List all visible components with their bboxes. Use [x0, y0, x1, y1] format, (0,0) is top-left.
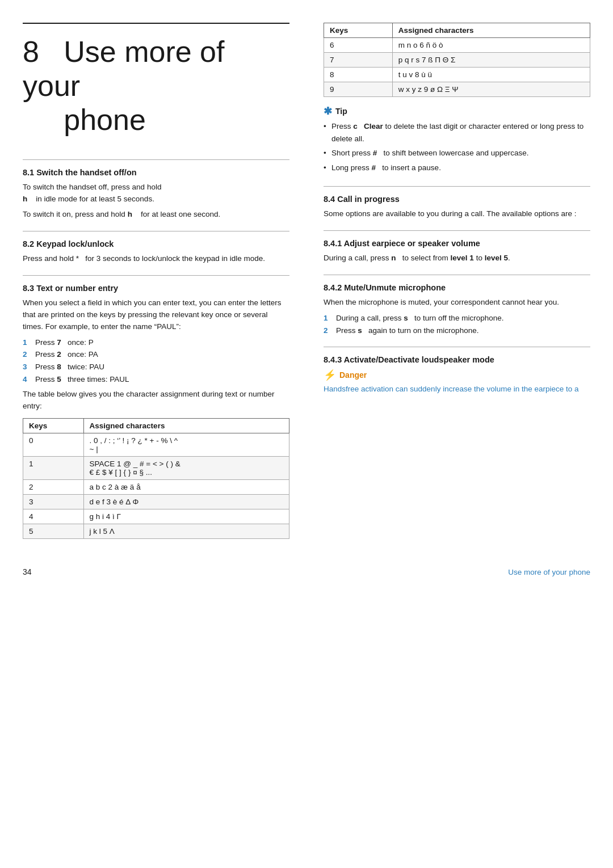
- tip-bullets: Press c Clear to delete the last digit o…: [324, 120, 590, 176]
- table-row: 4 g h i 4 ì Γ: [23, 509, 289, 524]
- footer-label: Use more of your phone: [508, 568, 590, 576]
- chapter-heading: 8 Use more of your phone: [23, 23, 289, 142]
- section-8-4-3-heading: 8.4.3 Activate/Deactivate loudspeaker mo…: [324, 355, 590, 364]
- divider-8-1: [23, 159, 289, 160]
- danger-text: Handsfree activation can suddenly increa…: [324, 384, 590, 395]
- paul-step-4: 4Press 5 three times: PAUL: [23, 373, 289, 386]
- table-row: 8 t u v 8 ù ü: [324, 68, 590, 82]
- key-h-off: h: [23, 195, 27, 203]
- table1-header-chars: Assigned characters: [83, 419, 289, 433]
- paul-step-1: 1Press 7 once: P: [23, 336, 289, 349]
- table1-header-keys: Keys: [23, 419, 84, 433]
- section-8-4-body: Some options are available to you during…: [324, 208, 590, 220]
- paul-step-2: 2Press 2 once: PA: [23, 348, 289, 361]
- mute-steps-list: 1During a call, press s to turn off the …: [324, 312, 590, 336]
- table-row: 2 a b c 2 à æ ä å: [23, 480, 289, 495]
- tip-icon: ✱: [324, 105, 332, 117]
- table-row: 3 d e f 3 è é Δ Φ: [23, 495, 289, 509]
- paul-steps-list: 1Press 7 once: P 2Press 2 once: PA 3Pres…: [23, 336, 289, 385]
- chapter-title-line2: phone: [64, 103, 146, 136]
- table-row: 6 m n o 6 ñ ö ò: [324, 38, 590, 53]
- tip-bullet-3: Long press # to insert a pause.: [324, 162, 590, 174]
- table-row: 0 . 0 , / : ; ‘’ ! ¡ ? ¿ * + - % \ ^~ |: [23, 433, 289, 457]
- table2-header-chars: Assigned characters: [392, 23, 590, 38]
- page-number: 34: [23, 567, 32, 576]
- section-8-4-heading: 8.4 Call in progress: [324, 195, 590, 204]
- divider-8-2: [23, 231, 289, 231]
- tip-box: ✱ Tip Press c Clear to delete the last d…: [324, 105, 590, 176]
- section-8-4-2-heading: 8.4.2 Mute/Unmute microphone: [324, 283, 590, 292]
- divider-8-4-2: [324, 275, 590, 275]
- page-footer: 34 Use more of your phone: [0, 556, 613, 576]
- tip-bullet-1: Press c Clear to delete the last digit o…: [324, 120, 590, 145]
- table-row: 9 w x y z 9 ø Ω Ξ Ψ: [324, 82, 590, 97]
- section-8-3-body1: When you select a field in which you can…: [23, 297, 289, 333]
- danger-title: ⚡ Danger: [324, 369, 590, 381]
- table-row: 5 j k l 5 Λ: [23, 524, 289, 539]
- divider-8-4: [324, 186, 590, 187]
- table-row: 1 SPACE 1 @ _ # = < > ( ) &€ £ $ ¥ [ ] {…: [23, 457, 289, 480]
- key-h-on: h: [128, 210, 132, 218]
- divider-8-4-1: [324, 230, 590, 231]
- section-8-1-body2: To switch it on, press and hold h for at…: [23, 209, 289, 221]
- section-8-4-1-body: During a call, press n to select from le…: [324, 252, 590, 264]
- table2-header-keys: Keys: [324, 23, 393, 38]
- mute-step-2: 2Press s again to turn on the microphone…: [324, 325, 590, 337]
- tip-bullet-2: Short press # to shift between lowercase…: [324, 147, 590, 159]
- section-8-3-body2: The table below gives you the character …: [23, 389, 289, 412]
- section-8-1-heading: 8.1 Switch the handset off/on: [23, 168, 289, 177]
- mute-step-1: 1During a call, press s to turn off the …: [324, 312, 590, 325]
- divider-8-3: [23, 275, 289, 276]
- right-column: Keys Assigned characters 6 m n o 6 ñ ö ò…: [306, 23, 590, 539]
- danger-icon: ⚡: [324, 369, 336, 381]
- tip-title: ✱ Tip: [324, 105, 590, 117]
- left-column: 8 Use more of your phone 8.1 Switch the …: [23, 23, 306, 539]
- char-table-2: Keys Assigned characters 6 m n o 6 ñ ö ò…: [324, 23, 590, 97]
- section-8-4-1-heading: 8.4.1 Adjust earpiece or speaker volume: [324, 239, 590, 248]
- section-8-1-body1: To switch the handset off, press and hol…: [23, 182, 289, 205]
- section-8-3-heading: 8.3 Text or number entry: [23, 284, 289, 293]
- chapter-title-line1: Use more of your: [23, 35, 224, 102]
- section-8-4-2-body: When the microphone is muted, your corre…: [324, 297, 590, 309]
- section-8-2-heading: 8.2 Keypad lock/unlock: [23, 239, 289, 248]
- divider-8-4-3: [324, 347, 590, 347]
- chapter-number: 8: [23, 35, 39, 68]
- section-8-2-body: Press and hold * for 3 seconds to lock/u…: [23, 253, 289, 265]
- paul-step-3: 3Press 8 twice: PAU: [23, 361, 289, 373]
- danger-box: ⚡ Danger Handsfree activation can sudden…: [324, 369, 590, 395]
- char-table-1: Keys Assigned characters 0 . 0 , / : ; ‘…: [23, 418, 289, 539]
- table-row: 7 p q r s 7 ß Π Θ Σ: [324, 53, 590, 68]
